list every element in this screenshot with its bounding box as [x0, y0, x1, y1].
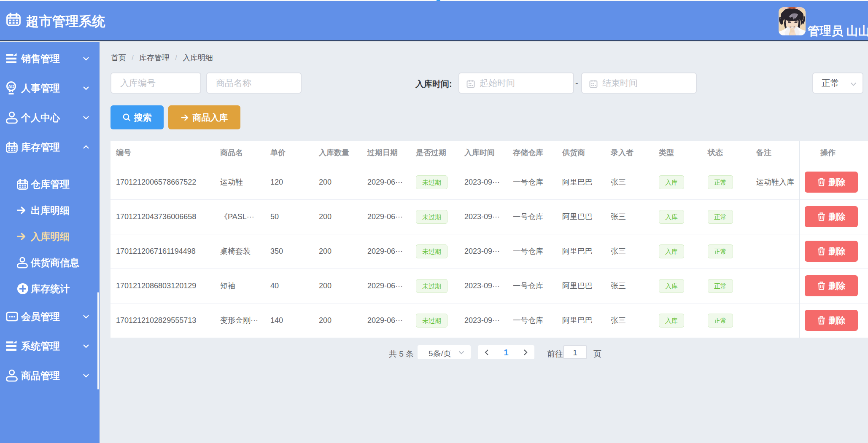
svg-text:AD: AD — [8, 84, 15, 89]
